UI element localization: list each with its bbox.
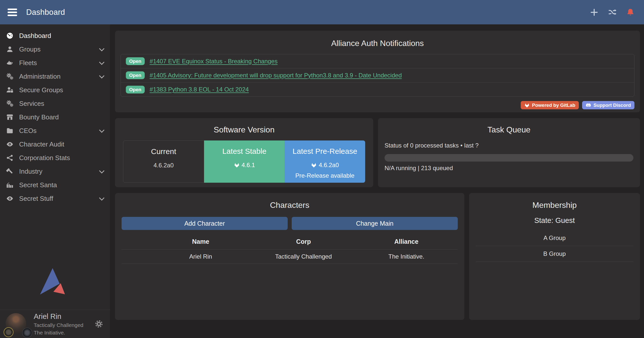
- sidebar-item-label: Industry: [19, 168, 99, 175]
- membership-group-list: A Group B Group: [476, 230, 633, 262]
- powered-by-gitlab-badge[interactable]: Powered by GitLab: [521, 101, 579, 109]
- gears-icon: [6, 100, 14, 107]
- sidebar-item-label: Groups: [19, 45, 99, 53]
- user-info: Ariel Rin Tactically Challenged The Init…: [34, 312, 94, 336]
- sidebar-item-label: Secure Groups: [19, 86, 105, 94]
- membership-group: A Group: [476, 230, 633, 246]
- sidebar-item-label: Services: [19, 100, 105, 108]
- sidebar-item-label: Character Audit: [19, 140, 105, 148]
- membership-title: Membership: [476, 201, 633, 210]
- discord-icon: [586, 103, 591, 108]
- column-title: Latest Stable: [204, 147, 285, 156]
- character-alliance: The Initiative.: [355, 253, 458, 260]
- character-name: Ariel Rin: [149, 253, 252, 260]
- sidebar-item-label: Corporation Stats: [19, 154, 105, 162]
- user-alliance: The Initiative.: [34, 330, 94, 336]
- status-badge-open: Open: [126, 86, 145, 93]
- corp-column-header: Corp: [252, 238, 355, 245]
- chevron-down-icon: [99, 127, 104, 133]
- folder-icon: [6, 127, 14, 134]
- eye-icon: [6, 195, 14, 202]
- user-panel: Ariel Rin Tactically Challenged The Init…: [0, 310, 110, 338]
- name-column-header: Name: [149, 238, 252, 245]
- alliance-column-header: Alliance: [355, 238, 458, 245]
- software-pre-release-column: Latest Pre-Release 4.6.2a0 Pre-Release a…: [285, 140, 365, 183]
- gears-icon: [6, 73, 14, 80]
- hammer-icon: [6, 168, 14, 175]
- notification-row: Open #1383 Python 3.8 EOL - 14 Oct 2024: [121, 82, 634, 96]
- task-queue-panel: Task Queue Status of 0 processed tasks •…: [378, 118, 640, 187]
- chevron-down-icon: [99, 168, 104, 173]
- add-character-button[interactable]: Add Character: [122, 217, 288, 230]
- sidebar-item-label: Secret Santa: [19, 181, 105, 189]
- characters-table: Name Corp Alliance Ariel Rin Tactically …: [122, 233, 458, 264]
- software-current-column: Current 4.6.2a0: [123, 140, 204, 183]
- change-main-button[interactable]: Change Main: [292, 217, 458, 230]
- settings-gear-icon[interactable]: [94, 319, 103, 328]
- task-queue-title: Task Queue: [385, 125, 633, 134]
- sidebar-item-services[interactable]: Services: [0, 97, 110, 110]
- notification-link[interactable]: #1383 Python 3.8 EOL - 14 Oct 2024: [150, 86, 249, 93]
- notification-link[interactable]: #1407 EVE Equinox Status - Breaking Chan…: [150, 58, 278, 65]
- gitlab-icon: [234, 162, 240, 168]
- sidebar-item-label: Dashboard: [19, 32, 105, 40]
- sidebar-item-ceos[interactable]: CEOs: [0, 124, 110, 137]
- badge-label: Powered by GitLab: [532, 103, 575, 108]
- add-icon[interactable]: [590, 8, 599, 17]
- version-text: 4.6.1: [242, 162, 255, 169]
- gifts-icon: [6, 181, 14, 189]
- characters-buttons: Add Character Change Main: [122, 217, 458, 230]
- sidebar-item-label: CEOs: [19, 127, 99, 135]
- notification-link[interactable]: #1405 Advisory: Future development will …: [150, 72, 402, 79]
- notification-list: Open #1407 EVE Equinox Status - Breaking…: [121, 54, 634, 97]
- eye-icon: [6, 140, 14, 148]
- top-navbar: Dashboard: [0, 0, 644, 24]
- gitlab-icon: [524, 103, 530, 108]
- membership-group: B Group: [476, 246, 633, 262]
- share-nodes-icon: [6, 154, 14, 162]
- notifications-title: Alliance Auth Notifications: [121, 39, 634, 48]
- membership-state: State: Guest: [476, 216, 633, 225]
- chevron-down-icon: [99, 60, 104, 65]
- sidebar-item-groups[interactable]: Groups: [0, 42, 110, 56]
- shuffle-icon[interactable]: [608, 8, 617, 17]
- column-title: Current: [123, 147, 204, 156]
- task-queue-status: Status of 0 processed tasks • last ?: [385, 142, 633, 149]
- sidebar-item-corporation-stats[interactable]: Corporation Stats: [0, 151, 110, 165]
- sidebar-item-bounty-board[interactable]: Bounty Board: [0, 110, 110, 124]
- sidebar-item-administration[interactable]: Administration: [0, 70, 110, 83]
- software-version-title: Software Version: [123, 125, 365, 134]
- chevron-down-icon: [99, 195, 104, 201]
- task-queue-counts: N/A running | 213 queued: [385, 165, 633, 172]
- software-latest-stable-column: Latest Stable 4.6.1: [204, 140, 285, 183]
- support-discord-badge[interactable]: Support Discord: [582, 101, 634, 109]
- sidebar-item-industry[interactable]: Industry: [0, 165, 110, 178]
- sidebar-item-label: Bounty Board: [19, 113, 105, 121]
- software-version-panel: Software Version Current 4.6.2a0 Latest …: [115, 118, 373, 187]
- menu-icon[interactable]: [8, 9, 17, 16]
- alliance-auth-logo: [40, 267, 70, 299]
- corp-logo-badge: [4, 327, 14, 337]
- sidebar-item-secure-groups[interactable]: Secure Groups: [0, 83, 110, 97]
- sidebar-item-secret-stuff[interactable]: Secret Stuff: [0, 192, 110, 205]
- sidebar-menu: Dashboard Groups Fleets Administration S…: [0, 24, 110, 205]
- sidebar-item-character-audit[interactable]: Character Audit: [0, 137, 110, 151]
- chevron-down-icon: [99, 73, 104, 78]
- notifications-panel: Alliance Auth Notifications Open #1407 E…: [115, 31, 640, 112]
- user-corp: Tactically Challenged: [34, 322, 94, 328]
- sidebar-item-dashboard[interactable]: Dashboard: [0, 29, 110, 42]
- software-version-columns: Current 4.6.2a0 Latest Stable 4.6.1 Late…: [123, 140, 365, 183]
- notification-bell-icon[interactable]: [626, 8, 635, 17]
- person-icon: [6, 45, 14, 53]
- notification-row: Open #1407 EVE Equinox Status - Breaking…: [121, 54, 634, 68]
- user-avatar[interactable]: [6, 313, 27, 335]
- pre-release-version[interactable]: 4.6.2a0: [285, 162, 365, 169]
- sidebar-item-label: Administration: [19, 73, 99, 80]
- page-title: Dashboard: [26, 8, 65, 17]
- storefront-icon: [6, 113, 14, 121]
- sidebar-item-fleets[interactable]: Fleets: [0, 56, 110, 70]
- characters-title: Characters: [122, 201, 458, 210]
- sidebar-item-secret-santa[interactable]: Secret Santa: [0, 178, 110, 192]
- notifications-footer: Powered by GitLab Support Discord: [121, 101, 634, 109]
- stable-version[interactable]: 4.6.1: [204, 162, 285, 169]
